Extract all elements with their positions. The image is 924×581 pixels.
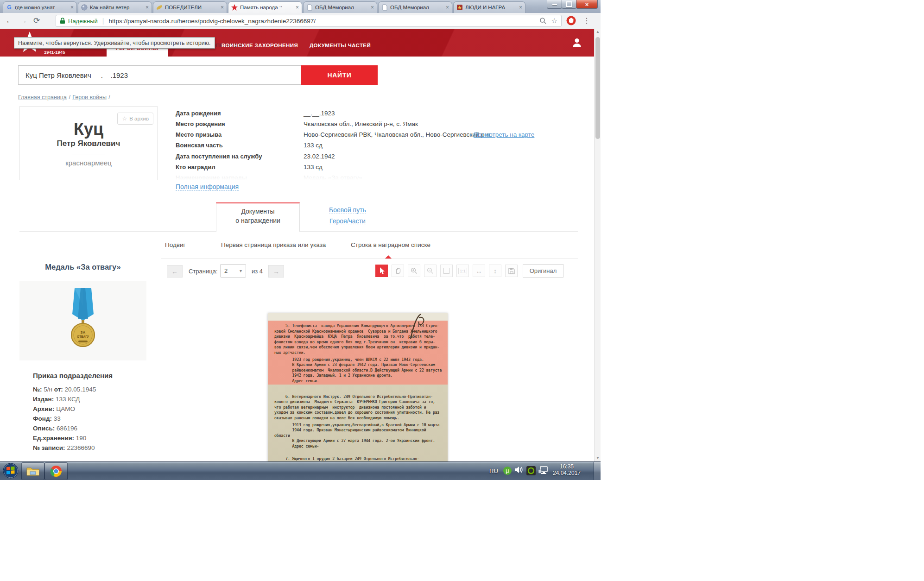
card-divider — [72, 154, 105, 154]
taskbar-chrome-button[interactable] — [44, 462, 68, 480]
tab-4-active[interactable]: Память народа :: × — [228, 1, 302, 13]
tool-fit-height-button[interactable]: ↕ — [489, 265, 501, 277]
breadcrumb-heroes-link[interactable]: Герои войны — [72, 94, 107, 101]
tab-6[interactable]: ОБД Мемориал × — [378, 1, 452, 13]
tool-save-button[interactable] — [505, 265, 518, 277]
scrollbar-up-icon[interactable]: ▲ — [595, 29, 601, 35]
minimize-button[interactable] — [547, 0, 562, 9]
logo-years: 1941-1945 — [44, 50, 65, 55]
tooltip-text: Нажмите, чтобы вернуться. Удерживайте, ч… — [18, 40, 211, 46]
network-tray-icon[interactable] — [538, 466, 549, 477]
detail-value: Чкаловская обл., Илекский р-н, с. Ямак — [304, 120, 418, 127]
detail-value: Ново-Сергиевский РВК, Чкаловская обл., Н… — [304, 131, 490, 138]
scanned-document[interactable]: 5. Телефониста взвода Управления Команду… — [268, 313, 448, 461]
forward-button[interactable]: → — [19, 13, 27, 29]
map-link[interactable]: Посмотреть на карте — [474, 131, 534, 138]
tab-close-icon[interactable]: × — [446, 5, 449, 10]
language-indicator[interactable]: RU — [489, 467, 498, 474]
page-scrollbar[interactable]: ▲ ▼ — [594, 29, 601, 461]
detail-label: Место призыва — [176, 131, 222, 138]
order-row-number: №: 5/н от: 20.05.1945 — [33, 385, 96, 394]
page-select[interactable]: 2 ▾ — [220, 264, 246, 278]
search-button-label: НАЙТИ — [328, 71, 352, 79]
prev-page-icon: ← — [171, 268, 178, 275]
utorrent-tray-icon[interactable]: µ — [503, 467, 512, 475]
back-button[interactable]: ← — [6, 13, 13, 29]
tab-close-icon[interactable]: × — [296, 5, 299, 10]
page-select-value: 2 — [224, 267, 228, 274]
tab-close-icon[interactable]: × — [221, 5, 224, 10]
tab-3[interactable]: ПОБЕДИТЕЛИ × — [153, 1, 227, 13]
tab-close-icon[interactable]: × — [371, 5, 374, 10]
archive-button[interactable]: ☆ В архив — [117, 113, 153, 125]
show-desktop-button[interactable] — [594, 462, 601, 480]
scrollbar-thumb[interactable] — [595, 37, 600, 139]
extension-hand-icon[interactable] — [566, 16, 576, 27]
close-button[interactable]: × — [576, 0, 598, 9]
tab-1[interactable]: G где можно узнат × — [3, 1, 77, 13]
bookmark-star-icon[interactable]: ☆ — [551, 17, 557, 25]
page-content: ПАМЯТЬ НАРОДА 1941-1945 ГЕРОИ ВОЙНЫ БОЕВ… — [0, 29, 601, 461]
order-row: Фонд: 33 — [33, 414, 96, 423]
medal-za-otvagu-image: ЗА ОТВАГУ — [68, 287, 98, 348]
order-title: Приказ подразделения — [33, 372, 113, 379]
tab-7[interactable]: ЛЮДИ И НАГРА × — [453, 1, 525, 13]
tab-close-icon[interactable]: × — [519, 5, 522, 10]
doc-paragraph-7: 7. Ящичного 1 орудия 2 батареи 249 Отдел… — [274, 456, 443, 461]
award-site-icon — [456, 4, 463, 11]
next-page-icon: → — [273, 268, 279, 275]
tab-close-icon[interactable]: × — [146, 5, 149, 10]
subtab-feat[interactable]: Подвиг — [165, 241, 185, 248]
subtab-first-page[interactable]: Первая страница приказа или указа — [221, 241, 326, 248]
search-button[interactable]: НАЙТИ — [301, 65, 378, 85]
tool-pan-button[interactable] — [392, 265, 404, 277]
volume-tray-icon[interactable] — [514, 466, 524, 476]
tool-zoom-out-button[interactable] — [424, 265, 437, 277]
detail-value: 23.02.1942 — [304, 153, 335, 160]
tab-title: ОБД Мемориал — [390, 5, 444, 10]
tab-close-icon[interactable]: × — [70, 5, 74, 10]
breadcrumb-home-link[interactable]: Главная страница — [18, 94, 67, 101]
original-button[interactable]: Оригинал — [523, 264, 563, 278]
url-text: https://pamyat-naroda.ru/heroes/podvig-c… — [108, 18, 316, 25]
medal-image-box: ЗА ОТВАГУ — [19, 281, 146, 360]
clock[interactable]: 16:35 24.04.2017 — [552, 463, 581, 476]
search-box: Куц Петр Яковлевич __.__.1923 — [18, 65, 301, 85]
tab-award-docs-active[interactable]: Документы о награждении — [216, 202, 300, 232]
doc-paragraph-6: 6. Ветеринарного Инструк. 249 Отдельного… — [274, 394, 443, 421]
scrollbar-down-icon[interactable]: ▼ — [595, 455, 601, 461]
full-info-link[interactable]: Полная информация — [176, 183, 239, 191]
next-page-button[interactable]: → — [268, 265, 284, 278]
zoom-page-icon[interactable] — [539, 17, 547, 25]
order-row: Опись: 686196 — [33, 423, 96, 433]
taskbar-explorer-button[interactable] — [21, 462, 44, 480]
nvidia-tray-icon[interactable] — [526, 466, 536, 477]
one-to-one-icon: 1:1 — [458, 268, 467, 274]
browser-menu-icon[interactable]: ⋮ — [583, 13, 590, 29]
security-label: Надежный — [68, 18, 98, 25]
start-button[interactable] — [3, 463, 19, 480]
prev-page-button[interactable]: ← — [167, 265, 183, 278]
tab-2[interactable]: Как найти ветер × — [78, 1, 152, 13]
search-input[interactable]: Куц Петр Яковлевич __.__.1923 — [25, 71, 128, 79]
tab-5[interactable]: ОБД Мемориал × — [303, 1, 377, 13]
tool-select-area-button[interactable] — [440, 265, 453, 277]
nav-item-burials[interactable]: ВОИНСКИЕ ЗАХОРОНЕНИЯ — [222, 43, 298, 48]
address-bar[interactable]: Надежный | https://pamyat-naroda.ru/hero… — [56, 15, 562, 27]
tool-fit-width-button[interactable]: ↔ — [473, 265, 485, 277]
chrome-icon — [50, 465, 62, 477]
tab-battle-path[interactable]: Боевой путь Героя/части — [306, 206, 389, 225]
hero-name: Петр Яковлевич — [20, 139, 157, 148]
maximize-button[interactable] — [562, 0, 576, 9]
active-subtab-marker — [385, 255, 392, 259]
windows-logo-icon — [3, 463, 19, 479]
tool-actual-size-button[interactable]: 1:1 — [456, 265, 469, 277]
detail-label: Кто наградил — [176, 164, 215, 171]
user-account-icon[interactable] — [573, 38, 581, 49]
nav-item-docs[interactable]: ДОКУМЕНТЫ ЧАСТЕЙ — [310, 43, 371, 48]
tool-zoom-in-button[interactable] — [408, 265, 420, 277]
handwritten-mark — [407, 313, 428, 342]
subtab-award-list-row-active[interactable]: Строка в наградном списке — [351, 241, 430, 248]
reload-button[interactable]: ⟳ — [33, 13, 40, 29]
tool-cursor-button-active[interactable] — [375, 265, 388, 277]
